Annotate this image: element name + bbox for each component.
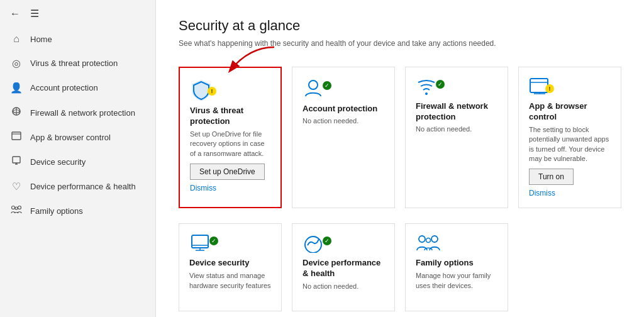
- cards-grid-bottom: ✓ Device security View status and manage…: [179, 223, 621, 311]
- virus-card-icon: !: [190, 78, 270, 101]
- firewall-ok-badge: ✓: [436, 80, 445, 89]
- hamburger-button[interactable]: ☰: [30, 8, 39, 19]
- sidebar-item-account-label: Account protection: [30, 83, 98, 92]
- svg-point-12: [425, 92, 428, 95]
- person-icon: 👤: [10, 82, 23, 94]
- sidebar: ← ☰ ⌂ Home ◎ Virus & threat protection 👤…: [0, 0, 156, 317]
- back-button[interactable]: ←: [10, 8, 20, 19]
- device-security-card[interactable]: ✓ Device security View status and manage…: [179, 223, 282, 311]
- svg-rect-2: [12, 132, 21, 140]
- firewall-card-icon: ✓: [416, 77, 497, 96]
- family-icon: [10, 205, 23, 216]
- appbrowser-card-title: App & browser control: [529, 101, 611, 123]
- browser-icon: [10, 131, 23, 143]
- virus-card-title: Virus & threat protection: [190, 106, 270, 127]
- firewall-card-status: No action needed.: [416, 125, 497, 133]
- firewall-card-title: Firewall & network protection: [416, 101, 497, 123]
- warning-badge: !: [208, 87, 216, 96]
- device-perf-card[interactable]: ✓ Device performance & health No action …: [292, 223, 395, 311]
- appbrowser-card-desc: The setting to block potentially unwante…: [529, 125, 611, 164]
- sidebar-item-devicesec-label: Device security: [30, 157, 86, 167]
- empty-bottom-card: [518, 223, 621, 311]
- svg-point-7: [12, 206, 15, 209]
- svg-rect-17: [192, 235, 208, 248]
- svg-point-22: [431, 236, 438, 242]
- network-icon: [10, 106, 23, 119]
- device-sec-ok-badge: ✓: [209, 236, 218, 245]
- device-perf-card-icon: ✓: [303, 234, 384, 253]
- sidebar-item-family-label: Family options: [30, 206, 83, 216]
- appbrowser-card-icon: !: [529, 77, 611, 96]
- appbrowser-warn-badge: !: [545, 84, 554, 93]
- main-content: Security at a glance See what's happenin…: [156, 0, 644, 317]
- device-sec-card-title: Device security: [189, 258, 271, 269]
- shield-icon: ◎: [10, 57, 23, 69]
- family-options-card[interactable]: Family options Manage how your family us…: [405, 223, 508, 311]
- sidebar-nav: ⌂ Home ◎ Virus & threat protection 👤 Acc…: [0, 27, 155, 317]
- firewall-card[interactable]: ✓ Firewall & network protection No actio…: [405, 67, 508, 208]
- account-protection-card[interactable]: ✓ Account protection No action needed.: [292, 67, 395, 208]
- family-card-title: Family options: [416, 258, 497, 269]
- svg-point-11: [309, 81, 318, 89]
- sidebar-top: ← ☰: [0, 0, 155, 27]
- sidebar-item-firewall[interactable]: Firewall & network protection: [0, 100, 155, 125]
- virus-dismiss-link[interactable]: Dismiss: [190, 184, 270, 192]
- sidebar-item-devperf[interactable]: ♡ Device performance & health: [0, 174, 155, 199]
- page-title: Security at a glance: [179, 18, 621, 34]
- sidebar-item-home-label: Home: [30, 35, 52, 44]
- virus-threat-card[interactable]: ! Virus & threat protection Set up OneDr…: [179, 67, 282, 208]
- turn-on-button[interactable]: Turn on: [529, 169, 574, 185]
- svg-rect-4: [13, 157, 20, 163]
- account-card-status: No action needed.: [303, 117, 384, 125]
- family-card-desc: Manage how your family uses their device…: [416, 271, 497, 291]
- svg-point-9: [15, 207, 18, 209]
- family-card-icon: [416, 234, 497, 253]
- svg-point-21: [419, 236, 425, 242]
- sidebar-item-firewall-label: Firewall & network protection: [30, 108, 135, 118]
- device-sec-card-desc: View status and manage hardware security…: [189, 271, 271, 291]
- ok-badge: ✓: [323, 81, 331, 90]
- appbrowser-card[interactable]: ! App & browser control The setting to b…: [518, 67, 621, 208]
- svg-point-23: [426, 238, 431, 243]
- sidebar-item-devperf-label: Device performance & health: [30, 182, 136, 191]
- setup-onedrive-button[interactable]: Set up OneDrive: [190, 164, 265, 180]
- cards-grid-top: ! Virus & threat protection Set up OneDr…: [179, 67, 621, 208]
- appbrowser-dismiss-link[interactable]: Dismiss: [529, 189, 611, 197]
- device-perf-ok-badge: ✓: [323, 236, 331, 245]
- sidebar-item-appbrowser-label: App & browser control: [30, 133, 111, 142]
- device-sec-icon: [10, 155, 23, 168]
- device-perf-card-desc: No action needed.: [303, 282, 384, 291]
- sidebar-item-virus[interactable]: ◎ Virus & threat protection: [0, 51, 155, 75]
- sidebar-item-virus-label: Virus & threat protection: [30, 58, 118, 68]
- sidebar-item-family[interactable]: Family options: [0, 199, 155, 223]
- sidebar-item-account[interactable]: 👤 Account protection: [0, 75, 155, 100]
- account-card-icon: ✓: [303, 77, 384, 99]
- home-icon: ⌂: [10, 33, 23, 45]
- page-subtitle: See what's happening with the security a…: [179, 38, 621, 49]
- sidebar-item-devicesec[interactable]: Device security: [0, 149, 155, 174]
- device-perf-card-title: Device performance & health: [303, 258, 384, 279]
- sidebar-item-home[interactable]: ⌂ Home: [0, 27, 155, 51]
- svg-point-8: [18, 206, 21, 209]
- virus-card-desc: Set up OneDrive for file recovery option…: [190, 130, 270, 158]
- sidebar-item-appbrowser[interactable]: App & browser control: [0, 125, 155, 149]
- account-card-title: Account protection: [303, 104, 384, 114]
- device-sec-card-icon: ✓: [189, 234, 271, 253]
- heart-icon: ♡: [10, 181, 23, 192]
